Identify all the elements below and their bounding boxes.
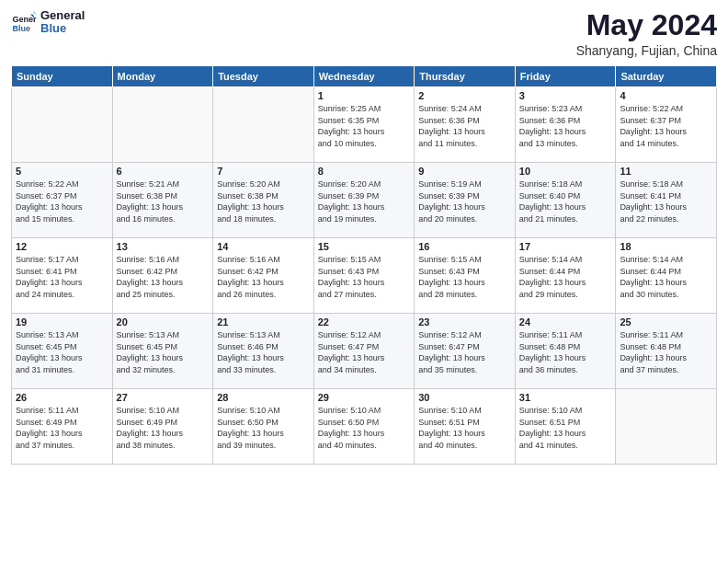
calendar-cell: 12Sunrise: 5:17 AM Sunset: 6:41 PM Dayli…: [12, 238, 113, 314]
header: General Blue General Blue May 2024 Shany…: [11, 9, 717, 58]
day-header-thursday: Thursday: [415, 66, 516, 87]
cell-info: Sunrise: 5:10 AM Sunset: 6:51 PM Dayligh…: [519, 405, 612, 451]
cell-info: Sunrise: 5:24 AM Sunset: 6:36 PM Dayligh…: [418, 103, 511, 149]
day-number: 16: [418, 241, 511, 252]
calendar-week-1: 1Sunrise: 5:25 AM Sunset: 6:35 PM Daylig…: [12, 87, 717, 163]
day-number: 18: [620, 241, 712, 252]
calendar-cell: [616, 389, 717, 465]
cell-info: Sunrise: 5:13 AM Sunset: 6:45 PM Dayligh…: [16, 329, 108, 375]
cell-info: Sunrise: 5:11 AM Sunset: 6:49 PM Dayligh…: [16, 405, 108, 451]
logo-line2: Blue: [40, 22, 85, 35]
cell-info: Sunrise: 5:15 AM Sunset: 6:43 PM Dayligh…: [418, 254, 511, 300]
day-number: 5: [16, 166, 108, 177]
day-number: 15: [318, 241, 411, 252]
calendar-cell: 4Sunrise: 5:22 AM Sunset: 6:37 PM Daylig…: [616, 87, 717, 163]
cell-info: Sunrise: 5:25 AM Sunset: 6:35 PM Dayligh…: [318, 103, 411, 149]
cell-info: Sunrise: 5:13 AM Sunset: 6:46 PM Dayligh…: [217, 329, 310, 375]
cell-info: Sunrise: 5:17 AM Sunset: 6:41 PM Dayligh…: [16, 254, 108, 300]
month-year: May 2024: [576, 9, 717, 41]
cell-info: Sunrise: 5:22 AM Sunset: 6:37 PM Dayligh…: [620, 103, 712, 149]
day-number: 1: [318, 90, 411, 101]
day-number: 21: [217, 316, 310, 327]
cell-info: Sunrise: 5:20 AM Sunset: 6:39 PM Dayligh…: [318, 178, 411, 224]
cell-info: Sunrise: 5:22 AM Sunset: 6:37 PM Dayligh…: [16, 178, 108, 224]
cell-info: Sunrise: 5:10 AM Sunset: 6:50 PM Dayligh…: [318, 405, 411, 451]
day-number: 26: [16, 392, 108, 403]
day-number: 31: [519, 392, 612, 403]
page-container: General Blue General Blue May 2024 Shany…: [0, 0, 728, 472]
calendar-cell: 11Sunrise: 5:18 AM Sunset: 6:41 PM Dayli…: [616, 163, 717, 238]
cell-info: Sunrise: 5:19 AM Sunset: 6:39 PM Dayligh…: [418, 178, 511, 224]
calendar-cell: [12, 87, 113, 163]
calendar-cell: 30Sunrise: 5:10 AM Sunset: 6:51 PM Dayli…: [415, 389, 516, 465]
cell-info: Sunrise: 5:21 AM Sunset: 6:38 PM Dayligh…: [117, 178, 210, 224]
calendar-cell: 28Sunrise: 5:10 AM Sunset: 6:50 PM Dayli…: [213, 389, 314, 465]
day-number: 17: [519, 241, 612, 252]
calendar-cell: 31Sunrise: 5:10 AM Sunset: 6:51 PM Dayli…: [515, 389, 616, 465]
calendar-cell: 6Sunrise: 5:21 AM Sunset: 6:38 PM Daylig…: [112, 163, 213, 238]
calendar-cell: 1Sunrise: 5:25 AM Sunset: 6:35 PM Daylig…: [313, 87, 415, 163]
calendar-week-5: 26Sunrise: 5:11 AM Sunset: 6:49 PM Dayli…: [12, 389, 717, 465]
day-number: 4: [620, 90, 712, 101]
cell-info: Sunrise: 5:23 AM Sunset: 6:36 PM Dayligh…: [519, 103, 612, 149]
logo-icon: General Blue: [11, 9, 37, 35]
calendar-cell: 5Sunrise: 5:22 AM Sunset: 6:37 PM Daylig…: [12, 163, 113, 238]
calendar-cell: 21Sunrise: 5:13 AM Sunset: 6:46 PM Dayli…: [213, 314, 314, 389]
day-number: 22: [318, 316, 411, 327]
day-number: 8: [318, 166, 411, 177]
calendar-cell: 27Sunrise: 5:10 AM Sunset: 6:49 PM Dayli…: [112, 389, 213, 465]
calendar-cell: 13Sunrise: 5:16 AM Sunset: 6:42 PM Dayli…: [112, 238, 213, 314]
calendar-cell: 25Sunrise: 5:11 AM Sunset: 6:48 PM Dayli…: [616, 314, 717, 389]
calendar-cell: 10Sunrise: 5:18 AM Sunset: 6:40 PM Dayli…: [515, 163, 616, 238]
day-header-sunday: Sunday: [12, 66, 113, 87]
cell-info: Sunrise: 5:12 AM Sunset: 6:47 PM Dayligh…: [418, 329, 511, 375]
cell-info: Sunrise: 5:18 AM Sunset: 6:40 PM Dayligh…: [519, 178, 612, 224]
cell-info: Sunrise: 5:11 AM Sunset: 6:48 PM Dayligh…: [519, 329, 612, 375]
calendar-cell: 26Sunrise: 5:11 AM Sunset: 6:49 PM Dayli…: [12, 389, 113, 465]
cell-info: Sunrise: 5:15 AM Sunset: 6:43 PM Dayligh…: [318, 254, 411, 300]
calendar-cell: [213, 87, 314, 163]
calendar-header-row: SundayMondayTuesdayWednesdayThursdayFrid…: [12, 66, 717, 87]
day-number: 30: [418, 392, 511, 403]
calendar-cell: 15Sunrise: 5:15 AM Sunset: 6:43 PM Dayli…: [313, 238, 415, 314]
day-number: 24: [519, 316, 612, 327]
day-header-tuesday: Tuesday: [213, 66, 314, 87]
day-number: 11: [620, 166, 712, 177]
day-number: 19: [16, 316, 108, 327]
day-header-wednesday: Wednesday: [313, 66, 415, 87]
svg-text:Blue: Blue: [12, 24, 30, 33]
calendar-cell: 24Sunrise: 5:11 AM Sunset: 6:48 PM Dayli…: [515, 314, 616, 389]
cell-info: Sunrise: 5:18 AM Sunset: 6:41 PM Dayligh…: [620, 178, 712, 224]
day-number: 25: [620, 316, 712, 327]
calendar-week-4: 19Sunrise: 5:13 AM Sunset: 6:45 PM Dayli…: [12, 314, 717, 389]
calendar-cell: [112, 87, 213, 163]
calendar-cell: 14Sunrise: 5:16 AM Sunset: 6:42 PM Dayli…: [213, 238, 314, 314]
calendar-week-3: 12Sunrise: 5:17 AM Sunset: 6:41 PM Dayli…: [12, 238, 717, 314]
day-number: 28: [217, 392, 310, 403]
day-number: 27: [117, 392, 210, 403]
calendar-cell: 9Sunrise: 5:19 AM Sunset: 6:39 PM Daylig…: [415, 163, 516, 238]
calendar-cell: 23Sunrise: 5:12 AM Sunset: 6:47 PM Dayli…: [415, 314, 516, 389]
day-header-monday: Monday: [112, 66, 213, 87]
calendar-cell: 22Sunrise: 5:12 AM Sunset: 6:47 PM Dayli…: [313, 314, 415, 389]
logo: General Blue General Blue: [11, 9, 85, 36]
cell-info: Sunrise: 5:20 AM Sunset: 6:38 PM Dayligh…: [217, 178, 310, 224]
cell-info: Sunrise: 5:14 AM Sunset: 6:44 PM Dayligh…: [620, 254, 712, 300]
calendar-cell: 20Sunrise: 5:13 AM Sunset: 6:45 PM Dayli…: [112, 314, 213, 389]
day-number: 9: [418, 166, 511, 177]
day-number: 10: [519, 166, 612, 177]
calendar-table: SundayMondayTuesdayWednesdayThursdayFrid…: [11, 65, 717, 465]
calendar-cell: 18Sunrise: 5:14 AM Sunset: 6:44 PM Dayli…: [616, 238, 717, 314]
day-number: 13: [117, 241, 210, 252]
day-header-saturday: Saturday: [616, 66, 717, 87]
cell-info: Sunrise: 5:10 AM Sunset: 6:49 PM Dayligh…: [117, 405, 210, 451]
location: Shanyang, Fujian, China: [576, 43, 717, 58]
cell-info: Sunrise: 5:16 AM Sunset: 6:42 PM Dayligh…: [217, 254, 310, 300]
day-number: 12: [16, 241, 108, 252]
day-number: 2: [418, 90, 511, 101]
cell-info: Sunrise: 5:12 AM Sunset: 6:47 PM Dayligh…: [318, 329, 411, 375]
day-number: 14: [217, 241, 310, 252]
calendar-cell: 17Sunrise: 5:14 AM Sunset: 6:44 PM Dayli…: [515, 238, 616, 314]
calendar-body: 1Sunrise: 5:25 AM Sunset: 6:35 PM Daylig…: [12, 87, 717, 465]
day-number: 3: [519, 90, 612, 101]
